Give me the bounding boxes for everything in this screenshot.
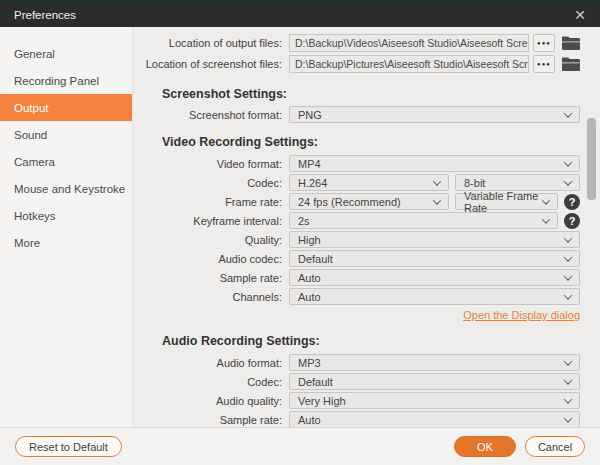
- cancel-button[interactable]: Cancel: [525, 436, 585, 457]
- quality-row: Quality: High: [133, 230, 580, 249]
- video-format-label: Video format:: [133, 158, 289, 170]
- frame-rate-value: 24 fps (Recommend): [298, 196, 401, 208]
- sidebar-item-camera[interactable]: Camera: [0, 148, 132, 175]
- screenshot-format-value: PNG: [298, 109, 322, 121]
- video-format-dropdown[interactable]: MP4: [289, 155, 580, 172]
- screenshot-format-label: Screenshot format:: [133, 109, 289, 121]
- quality-label: Quality:: [133, 234, 289, 246]
- video-sample-rate-dropdown[interactable]: Auto: [289, 269, 580, 286]
- sidebar-item-recording-panel[interactable]: Recording Panel: [0, 67, 132, 94]
- chevron-down-icon: [564, 395, 572, 403]
- chevron-down-icon: [564, 414, 572, 422]
- audio-codec2-value: Default: [298, 376, 333, 388]
- video-settings-heading: Video Recording Settings:: [133, 135, 580, 150]
- chevron-down-icon: [433, 177, 441, 185]
- audio-quality-dropdown[interactable]: Very High: [289, 392, 580, 409]
- channels-dropdown[interactable]: Auto: [289, 288, 580, 305]
- screenshot-files-path-field[interactable]: D:\Backup\Pictures\Aiseesoft Studio\Aise…: [289, 55, 529, 73]
- output-files-open-folder-icon[interactable]: [562, 36, 580, 50]
- titlebar: Preferences ✕: [0, 0, 600, 27]
- chevron-down-icon: [564, 158, 572, 166]
- codec-label: Codec:: [133, 177, 289, 189]
- sidebar-item-more[interactable]: More: [0, 229, 132, 256]
- screenshot-files-label: Location of screenshot files:: [133, 58, 289, 70]
- audio-format-value: MP3: [298, 357, 321, 369]
- keyframe-interval-dropdown[interactable]: 2s: [289, 212, 558, 229]
- screenshot-settings-heading: Screenshot Settings:: [133, 87, 580, 102]
- output-files-path-field[interactable]: D:\Backup\Videos\Aiseesoft Studio\Aisees…: [289, 34, 529, 52]
- sidebar-item-sound[interactable]: Sound: [0, 121, 132, 148]
- channels-label: Channels:: [133, 291, 289, 303]
- audio-codec-dropdown[interactable]: Default: [289, 250, 580, 267]
- keyframe-interval-row: Keyframe interval: 2s ?: [133, 211, 580, 230]
- output-settings-panel: Location of output files: D:\Backup\Vide…: [133, 27, 600, 427]
- sidebar-item-mouse-and-keystroke[interactable]: Mouse and Keystroke: [0, 175, 132, 202]
- screenshot-files-browse-button[interactable]: ●●●: [533, 55, 555, 73]
- bit-depth-value: 8-bit: [464, 177, 485, 189]
- sidebar-item-output[interactable]: Output: [0, 94, 132, 121]
- footer-bar: Reset to Default OK Cancel: [0, 427, 600, 465]
- keyframe-interval-label: Keyframe interval:: [133, 215, 289, 227]
- video-sample-rate-value: Auto: [298, 272, 321, 284]
- display-dialog-link-row: Open the Display dialog: [133, 309, 580, 322]
- frame-rate-row: Frame rate: 24 fps (Recommend) Variable …: [133, 192, 580, 211]
- chevron-down-icon: [564, 291, 572, 299]
- screenshot-files-row: Location of screenshot files: D:\Backup\…: [133, 54, 580, 73]
- ok-button[interactable]: OK: [454, 436, 516, 457]
- output-files-row: Location of output files: D:\Backup\Vide…: [133, 33, 580, 52]
- reset-to-default-button[interactable]: Reset to Default: [15, 436, 122, 457]
- sidebar-item-hotkeys[interactable]: Hotkeys: [0, 202, 132, 229]
- sidebar: General Recording Panel Output Sound Cam…: [0, 27, 133, 427]
- chevron-down-icon: [542, 196, 550, 204]
- quality-value: High: [298, 234, 321, 246]
- chevron-down-icon: [564, 272, 572, 280]
- chevron-down-icon: [564, 253, 572, 261]
- audio-quality-row: Audio quality: Very High: [133, 391, 580, 410]
- codec-dropdown[interactable]: H.264: [289, 174, 449, 191]
- audio-quality-label: Audio quality:: [133, 395, 289, 407]
- quality-dropdown[interactable]: High: [289, 231, 580, 248]
- chevron-down-icon: [564, 376, 572, 384]
- keyframe-interval-help-icon[interactable]: ?: [564, 213, 580, 229]
- audio-codec-row: Audio codec: Default: [133, 249, 580, 268]
- audio-sample-rate-label: Sample rate:: [133, 414, 289, 426]
- audio-codec-value: Default: [298, 253, 333, 265]
- audio-codec-label: Audio codec:: [133, 253, 289, 265]
- frame-rate-dropdown[interactable]: 24 fps (Recommend): [289, 193, 449, 210]
- close-icon[interactable]: ✕: [574, 8, 586, 22]
- video-sample-rate-row: Sample rate: Auto: [133, 268, 580, 287]
- audio-settings-heading: Audio Recording Settings:: [133, 334, 580, 349]
- audio-format-row: Audio format: MP3: [133, 353, 580, 372]
- chevron-down-icon: [433, 196, 441, 204]
- channels-value: Auto: [298, 291, 321, 303]
- audio-codec2-dropdown[interactable]: Default: [289, 373, 580, 390]
- chevron-down-icon: [564, 234, 572, 242]
- open-display-dialog-link[interactable]: Open the Display dialog: [463, 309, 580, 322]
- output-files-label: Location of output files:: [133, 37, 289, 49]
- output-files-browse-button[interactable]: ●●●: [533, 34, 555, 52]
- audio-sample-rate-row: Sample rate: Auto: [133, 410, 580, 427]
- audio-codec2-label: Codec:: [133, 376, 289, 388]
- frame-rate-label: Frame rate:: [133, 196, 289, 208]
- dialog-body: General Recording Panel Output Sound Cam…: [0, 27, 600, 427]
- screenshot-format-row: Screenshot format: PNG: [133, 105, 580, 124]
- sidebar-item-general[interactable]: General: [0, 40, 132, 67]
- vertical-scrollbar[interactable]: [587, 118, 596, 200]
- screenshot-files-open-folder-icon[interactable]: [562, 57, 580, 71]
- audio-format-dropdown[interactable]: MP3: [289, 354, 580, 371]
- audio-format-label: Audio format:: [133, 357, 289, 369]
- chevron-down-icon: [564, 177, 572, 185]
- audio-quality-value: Very High: [298, 395, 346, 407]
- frame-rate-mode-dropdown[interactable]: Variable Frame Rate: [455, 193, 558, 210]
- chevron-down-icon: [542, 215, 550, 223]
- frame-rate-help-icon[interactable]: ?: [564, 194, 580, 210]
- keyframe-interval-value: 2s: [298, 215, 310, 227]
- audio-sample-rate-value: Auto: [298, 414, 321, 426]
- audio-sample-rate-dropdown[interactable]: Auto: [289, 411, 580, 427]
- channels-row: Channels: Auto: [133, 287, 580, 306]
- video-format-value: MP4: [298, 158, 321, 170]
- frame-rate-mode-value: Variable Frame Rate: [464, 190, 543, 214]
- bit-depth-dropdown[interactable]: 8-bit: [455, 174, 580, 191]
- screenshot-format-dropdown[interactable]: PNG: [289, 106, 580, 123]
- chevron-down-icon: [564, 109, 572, 117]
